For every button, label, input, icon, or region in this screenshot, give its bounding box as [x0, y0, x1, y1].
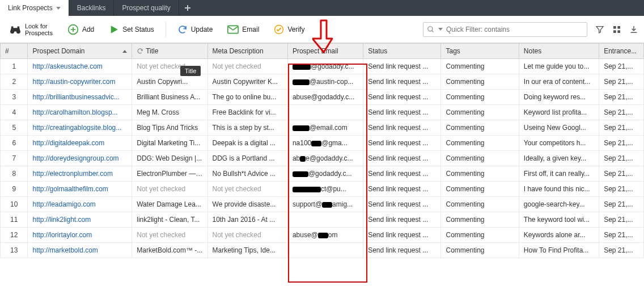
row-number: 2: [1, 74, 28, 90]
mail-icon: [227, 25, 239, 34]
col-tags[interactable]: Tags: [441, 44, 519, 59]
cell-status: Send link request ...: [363, 197, 441, 212]
update-button[interactable]: Update: [174, 22, 217, 37]
col-prospect-email[interactable]: Prospect Email: [287, 44, 363, 59]
cell-domain: http://carolhamilton.blogsp...: [28, 105, 132, 120]
cell-domain: http://brilliantbusinessadvic...: [28, 90, 132, 105]
grid-icon: [612, 25, 621, 34]
table-row[interactable]: 5http://creatingablogsite.blog...Blog Ti…: [1, 120, 644, 136]
cell-email: support@amig...: [287, 197, 363, 212]
cell-entrance: Sep 21,...: [599, 182, 644, 197]
set-status-button[interactable]: Set Status: [105, 22, 157, 37]
cell-entrance: Sep 21,...: [599, 197, 644, 212]
tab-backlinks[interactable]: Backlinks: [69, 0, 115, 16]
row-number: 13: [1, 243, 28, 258]
cell-status: Send link request ...: [363, 151, 441, 166]
svg-rect-6: [613, 30, 616, 33]
domain-link[interactable]: http://askeustache.com: [32, 62, 102, 70]
cell-tags: Commenting: [441, 120, 519, 136]
cell-title: Blog Tips And Tricks: [132, 120, 207, 136]
cell-domain: http://leadamigo.com: [28, 197, 132, 212]
refresh-icon: [137, 48, 143, 54]
domain-link[interactable]: http://austin-copywriter.com: [32, 78, 115, 86]
cell-email: abe@godaddy.c...: [287, 151, 363, 166]
col-status[interactable]: Status: [363, 44, 441, 59]
tab-label: Prospect quality: [122, 4, 170, 12]
cell-notes: In our era of content...: [519, 74, 599, 90]
look-for-line2: Prospects: [25, 30, 53, 36]
toolbar-separator: [166, 22, 166, 37]
add-button[interactable]: Add: [64, 22, 98, 37]
table-row[interactable]: 13http://marketbold.comMarketBold.com™ -…: [1, 243, 644, 258]
cell-tags: Commenting: [441, 105, 519, 120]
table-row[interactable]: 2http://austin-copywriter.comAustin Copy…: [1, 74, 644, 90]
cell-meta: This is a step by st...: [207, 120, 287, 136]
cell-tags: Commenting: [441, 243, 519, 258]
cell-notes: google-search-key...: [519, 197, 599, 212]
col-prospect-domain[interactable]: Prospect Domain: [28, 44, 132, 59]
cell-tags: Commenting: [441, 59, 519, 74]
col-title[interactable]: Title: [132, 44, 207, 59]
tab-link-prospects[interactable]: Link Prospects: [0, 0, 69, 16]
table-row[interactable]: 12http://lorirtaylor.comNot yet checkedN…: [1, 228, 644, 243]
domain-link[interactable]: http://electronplumber.com: [32, 170, 112, 178]
col-notes[interactable]: Notes: [519, 44, 599, 59]
table-row[interactable]: 11http://link2light.comlink2light - Clea…: [1, 212, 644, 228]
domain-link[interactable]: http://golmaalthefilm.com: [32, 185, 108, 193]
cell-email: @austin-cop...: [287, 74, 363, 90]
domain-link[interactable]: http://leadamigo.com: [32, 200, 95, 208]
cell-domain: http://askeustache.com: [28, 59, 132, 74]
funnel-icon: [595, 25, 604, 34]
cell-status: Send link request ...: [363, 105, 441, 120]
cell-entrance: Sep 21,...: [599, 90, 644, 105]
table-row[interactable]: 3http://brilliantbusinessadvic...Brillia…: [1, 90, 644, 105]
quick-filter-input[interactable]: [446, 26, 583, 33]
table-row[interactable]: 6http://digitaldeepak.comDigital Marketi…: [1, 136, 644, 151]
col-num[interactable]: #: [1, 44, 28, 59]
download-button[interactable]: [629, 25, 638, 34]
look-for-prospects-button[interactable]: Look for Prospects: [6, 20, 56, 39]
col-meta-description[interactable]: Meta Description: [207, 44, 287, 59]
domain-link[interactable]: http://digitaldeepak.com: [32, 139, 104, 147]
domain-link[interactable]: http://brilliantbusinessadvic...: [32, 93, 119, 101]
domain-link[interactable]: http://lorirtaylor.com: [32, 231, 92, 239]
cell-email: @email.com: [287, 120, 363, 136]
col-entrance[interactable]: Entrance...: [599, 44, 644, 59]
table-row[interactable]: 10http://leadamigo.comWater Damage Lea..…: [1, 197, 644, 212]
quick-filter-box[interactable]: [423, 22, 587, 37]
workspace-button[interactable]: [612, 25, 621, 34]
cell-domain: http://link2light.com: [28, 212, 132, 228]
table-row[interactable]: 4http://carolhamilton.blogsp...Meg M. Cr…: [1, 105, 644, 120]
cell-status: Send link request ...: [363, 120, 441, 136]
grid-wrapper: # Prospect Domain Title Meta Description…: [0, 43, 644, 258]
refresh-icon: [177, 24, 188, 35]
domain-link[interactable]: http://creatingablogsite.blog...: [32, 124, 121, 132]
table-row[interactable]: 9http://golmaalthefilm.comNot yet checke…: [1, 182, 644, 197]
table-row[interactable]: 7http://doreydesigngroup.comDDG: Web Des…: [1, 151, 644, 166]
cell-status: Send link request ...: [363, 166, 441, 182]
add-label: Add: [82, 26, 94, 33]
domain-link[interactable]: http://marketbold.com: [32, 246, 98, 254]
row-number: 1: [1, 59, 28, 74]
cell-tags: Commenting: [441, 90, 519, 105]
domain-link[interactable]: http://doreydesigngroup.com: [32, 154, 118, 162]
filter-funnel-button[interactable]: [595, 25, 604, 34]
cell-entrance: Sep 21,...: [599, 228, 644, 243]
table-row[interactable]: 8http://electronplumber.comElectronPlumb…: [1, 166, 644, 182]
table-row[interactable]: 1http://askeustache.comNot yet checkedNo…: [1, 59, 644, 74]
cell-tags: Commenting: [441, 228, 519, 243]
email-button[interactable]: Email: [224, 23, 262, 36]
cell-notes: Doing keyword res...: [519, 90, 599, 105]
cell-title: Not yet checked: [132, 182, 207, 197]
domain-link[interactable]: http://link2light.com: [32, 216, 91, 224]
tab-prospect-quality[interactable]: Prospect quality: [114, 0, 179, 16]
tab-add-button[interactable]: [179, 0, 196, 16]
verify-button[interactable]: Verify: [270, 22, 308, 37]
cell-meta: DDG is a Portland ...: [207, 151, 287, 166]
cell-tags: Commenting: [441, 212, 519, 228]
domain-link[interactable]: http://carolhamilton.blogsp...: [32, 108, 117, 116]
cell-status: Send link request ...: [363, 74, 441, 90]
tab-label: Link Prospects: [8, 4, 53, 12]
row-number: 7: [1, 151, 28, 166]
cell-title: ElectronPlumber — ...: [132, 166, 207, 182]
